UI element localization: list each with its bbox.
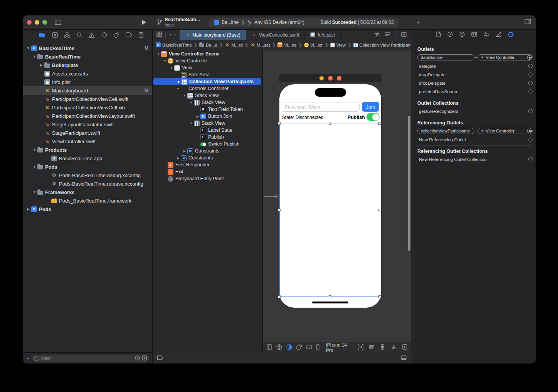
disclosure-chevron-icon[interactable] — [32, 55, 37, 59]
disclosure-chevron-icon[interactable] — [162, 59, 168, 63]
file-row[interactable]: Pods — [23, 205, 152, 213]
zoom-scan-icon[interactable] — [358, 344, 364, 351]
tab-main-storyboard[interactable]: Main.storyboard (Base) — [180, 30, 246, 40]
quick-help-inspector-icon[interactable] — [459, 32, 465, 38]
device-icon[interactable] — [316, 344, 319, 351]
close-window-button[interactable] — [27, 20, 32, 25]
participant-token-field[interactable]: Participant Token — [282, 102, 360, 112]
breadcrumb-group[interactable]: Ba...e — [199, 43, 217, 47]
file-row[interactable]: Main.storyboard M — [23, 86, 152, 95]
file-row[interactable]: Frameworks — [23, 188, 152, 196]
outline-row[interactable]: Stack View — [153, 99, 262, 106]
file-row[interactable]: StageLayoutCalculator.swift — [23, 120, 152, 129]
canvas-scrollbar[interactable] — [408, 116, 410, 251]
disclosure-chevron-icon[interactable] — [32, 148, 37, 152]
disclosure-chevron-icon[interactable] — [169, 66, 174, 70]
tab-viewcontroller-swift[interactable]: ViewController.swift — [246, 30, 305, 40]
disclosure-chevron-icon[interactable] — [175, 87, 181, 90]
selection-handle[interactable] — [378, 122, 381, 125]
tab-info-plist[interactable]: Info.plist — [305, 30, 341, 40]
referencing-outlet-row[interactable]: collectionViewParticipants ✳View Control… — [417, 128, 533, 134]
outlet-prefetch-row[interactable]: prefetchDataSource — [419, 89, 533, 94]
split-view-icon[interactable] — [306, 345, 312, 350]
disclosure-chevron-icon[interactable] — [25, 207, 31, 211]
add-button[interactable]: + — [416, 18, 420, 26]
disclosure-chevron-icon[interactable] — [182, 94, 187, 97]
add-file-button[interactable]: + — [26, 355, 30, 362]
scheme-name[interactable]: Ba...ime — [222, 20, 239, 25]
test-navigator-icon[interactable] — [101, 32, 107, 38]
file-row[interactable]: Assets.xcassets — [23, 69, 152, 78]
join-button[interactable]: Join — [362, 102, 379, 112]
outline-row[interactable]: Stack View — [153, 120, 262, 127]
disclosure-chevron-icon[interactable] — [188, 122, 194, 125]
connections-inspector-icon[interactable] — [508, 32, 514, 39]
scheme-selector[interactable]: Ba...ime ❯ Any iOS Device (arm64) Build … — [209, 18, 398, 27]
outline-row[interactable]: Exit — [153, 168, 262, 175]
source-control-navigator-icon[interactable] — [52, 32, 58, 38]
iphone-canvas-device[interactable]: Participant Token Join State: Disconnect… — [279, 84, 381, 308]
align-icon[interactable] — [369, 345, 375, 351]
disclosure-chevron-icon[interactable] — [188, 101, 194, 104]
breadcrumb-collection-view[interactable]: Collection View Participants — [353, 43, 411, 47]
outlet-delegate-row[interactable]: delegate — [419, 63, 533, 69]
disclosure-chevron-icon[interactable] — [195, 115, 200, 118]
outline-row[interactable]: Controls Container — [153, 85, 262, 92]
outline-row[interactable]: Label State — [153, 127, 262, 134]
accessibility-icon[interactable] — [276, 344, 282, 351]
file-row[interactable]: Pods_BasicRealTime.framework — [23, 196, 152, 205]
appearance-toggle-icon[interactable] — [286, 344, 292, 351]
zoom-window-button[interactable] — [42, 20, 47, 25]
outline-row[interactable]: First Responder — [153, 161, 262, 168]
project-navigator-icon[interactable] — [39, 32, 45, 38]
attributes-inspector-icon[interactable] — [484, 32, 489, 38]
outline-row[interactable]: Collection View Participants — [153, 78, 261, 85]
outline-row[interactable]: Stack View — [153, 92, 262, 99]
build-status[interactable]: Build Succeeded | 5/30/23 at 08:03 — [321, 20, 394, 25]
exit-dock-icon[interactable]: → — [337, 76, 341, 80]
selection-handle[interactable] — [278, 209, 281, 211]
first-responder-dock-icon[interactable]: 1 — [328, 76, 333, 80]
outline-row[interactable]: Constraints — [153, 147, 262, 154]
outline-row[interactable]: Button Join — [153, 113, 262, 120]
file-row[interactable]: StageParticipant.swift — [23, 129, 152, 137]
outline-row[interactable]: View Controller — [153, 57, 262, 64]
file-row[interactable]: BasicRealTime M — [23, 44, 152, 52]
navigator-filter-field[interactable]: Filter — [32, 355, 149, 362]
file-row[interactable]: BasicRealTime — [23, 52, 152, 61]
outline-row[interactable]: Text Field Token — [153, 106, 262, 113]
disclosure-chevron-icon[interactable] — [39, 63, 44, 67]
source-control-filter-icon[interactable] — [142, 355, 147, 361]
device-name[interactable]: iPhone 14 Pro — [326, 342, 351, 353]
outline-row[interactable]: View — [153, 64, 262, 71]
debug-navigator-icon[interactable] — [113, 32, 119, 38]
selection-handle[interactable] — [378, 295, 381, 298]
breadcrumb-scene[interactable]: Vi...ne — [277, 42, 296, 47]
outline-row[interactable]: Safe Area — [153, 71, 262, 78]
size-inspector-icon[interactable] — [496, 32, 501, 38]
orientation-icon[interactable] — [296, 344, 302, 351]
selection-handle[interactable] — [329, 122, 331, 125]
run-destination[interactable]: Any iOS Device (arm64) — [254, 20, 304, 25]
breadcrumb-view-controller[interactable]: Vi...ler — [304, 43, 323, 47]
file-row[interactable]: Pods — [23, 162, 152, 171]
outline-toggle-icon[interactable] — [267, 344, 272, 351]
file-row[interactable]: Products — [23, 146, 152, 154]
add-editor-icon[interactable] — [401, 32, 407, 38]
outline-row[interactable]: Switch Publish — [153, 141, 262, 147]
file-inspector-icon[interactable] — [436, 32, 441, 38]
selection-handle[interactable] — [329, 295, 331, 298]
debug-area-toggle-icon[interactable] — [401, 355, 407, 361]
file-row[interactable]: Pods-BasicRealTime.debug.xcconfig — [23, 171, 152, 179]
file-row[interactable]: Boilerplate — [23, 61, 152, 69]
file-row[interactable]: BasicRealTime.app — [23, 154, 152, 162]
navigator-toggle-icon[interactable] — [55, 20, 61, 25]
outline-row[interactable]: View Controller Scene — [153, 50, 262, 57]
inspector-toggle-icon[interactable] — [524, 19, 531, 24]
find-navigator-icon[interactable] — [77, 32, 82, 38]
disclosure-chevron-icon[interactable] — [182, 149, 187, 153]
adjust-editor-icon[interactable] — [385, 32, 391, 38]
go-back-icon[interactable]: ‹ — [169, 32, 171, 38]
outlet-dropdelegate-row[interactable]: dropDelegate — [419, 80, 533, 86]
related-items-icon[interactable] — [156, 32, 162, 38]
